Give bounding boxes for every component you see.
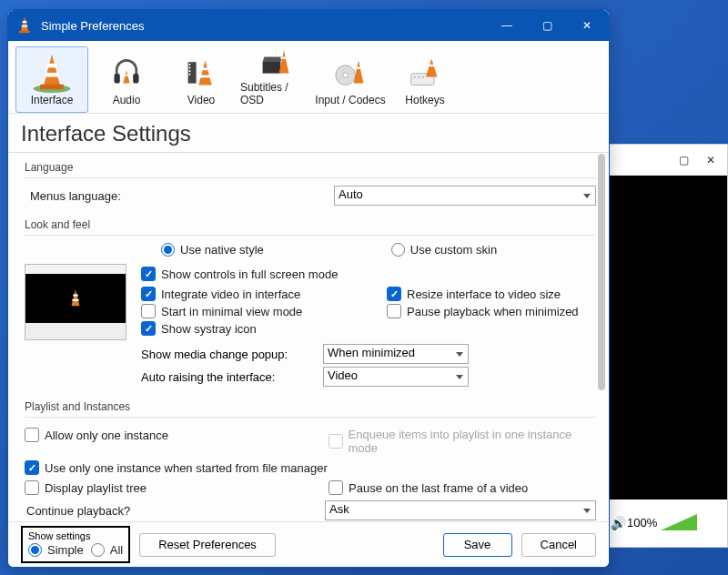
radio-custom-skin[interactable]: Use custom skin bbox=[391, 243, 497, 257]
continue-label: Continue playback? bbox=[25, 504, 325, 518]
chk-one-instance[interactable]: Allow only one instance bbox=[25, 428, 292, 442]
svg-rect-19 bbox=[201, 68, 209, 71]
footer-bar: Show settings Simple All Reset Preferenc… bbox=[8, 521, 609, 567]
svg-marker-0 bbox=[21, 16, 28, 31]
svg-rect-21 bbox=[263, 62, 281, 74]
svg-rect-20 bbox=[200, 76, 211, 78]
svg-rect-12 bbox=[125, 75, 129, 76]
svg-rect-2 bbox=[22, 25, 27, 26]
bg-player-footer: 🔊 100% bbox=[609, 499, 727, 545]
chk-pause-minimized[interactable]: Pause playback when minimized bbox=[387, 304, 596, 318]
titlebar: Simple Preferences — ▢ ✕ bbox=[8, 10, 609, 41]
minimize-button[interactable]: — bbox=[487, 10, 527, 41]
speaker-icon[interactable]: 🔊 bbox=[611, 516, 623, 529]
keyboard-cone-icon bbox=[409, 53, 441, 91]
chk-integrate-video[interactable]: Integrate video in interface bbox=[141, 287, 350, 301]
bg-video-area bbox=[609, 176, 727, 499]
bg-close-icon[interactable]: ✕ bbox=[705, 154, 716, 166]
svg-marker-5 bbox=[44, 55, 60, 86]
window-title: Simple Preferences bbox=[41, 19, 487, 33]
raise-label: Auto raising the interface: bbox=[141, 370, 323, 384]
chk-fullscreen-controls[interactable]: Show controls in full screen mode bbox=[141, 267, 596, 281]
volume-percent: 100% bbox=[627, 516, 657, 530]
preferences-window: Simple Preferences — ▢ ✕ Interface bbox=[7, 9, 610, 568]
svg-rect-31 bbox=[418, 76, 420, 79]
menus-language-label: Menus language: bbox=[25, 189, 334, 203]
close-button[interactable]: ✕ bbox=[567, 10, 607, 41]
svg-rect-6 bbox=[46, 64, 56, 68]
group-language: Language bbox=[25, 161, 596, 174]
radio-simple[interactable]: Simple bbox=[28, 543, 84, 557]
page-heading: Interface Settings bbox=[8, 114, 609, 153]
category-tabbar: Interface Audio Video Subtitles / OSD In… bbox=[8, 41, 609, 114]
reset-preferences-button[interactable]: Reset Preferences bbox=[139, 533, 276, 557]
save-button[interactable]: Save bbox=[443, 533, 512, 557]
svg-marker-11 bbox=[123, 70, 129, 83]
settings-content: Language Menus language: Auto Look and f… bbox=[8, 150, 609, 521]
svg-rect-3 bbox=[19, 30, 30, 33]
svg-rect-1 bbox=[23, 21, 27, 23]
tab-label: Interface bbox=[31, 94, 74, 106]
tab-label: Video bbox=[187, 94, 215, 106]
headphones-icon bbox=[110, 53, 143, 91]
svg-rect-8 bbox=[40, 85, 64, 90]
svg-rect-14 bbox=[189, 64, 191, 66]
tab-label: Hotkeys bbox=[405, 94, 444, 106]
svg-marker-33 bbox=[426, 59, 438, 77]
film-cone-icon bbox=[185, 53, 217, 91]
auto-raise-select[interactable]: Video bbox=[323, 367, 469, 387]
svg-rect-34 bbox=[429, 65, 435, 66]
volume-slider[interactable] bbox=[661, 514, 697, 530]
cancel-button[interactable]: Cancel bbox=[521, 533, 596, 557]
chk-playlist-tree[interactable]: Display playlist tree bbox=[25, 480, 292, 495]
radio-all[interactable]: All bbox=[91, 543, 123, 557]
maximize-button[interactable]: ▢ bbox=[527, 10, 567, 41]
svg-rect-16 bbox=[189, 70, 191, 72]
tab-audio[interactable]: Audio bbox=[90, 46, 163, 113]
show-settings-group: Show settings Simple All bbox=[21, 526, 130, 563]
tab-label: Input / Codecs bbox=[315, 94, 385, 106]
svg-rect-28 bbox=[355, 67, 361, 69]
svg-rect-37 bbox=[72, 299, 78, 301]
interface-cone-icon bbox=[31, 53, 73, 91]
popup-label: Show media change popup: bbox=[141, 348, 323, 361]
menus-language-select[interactable]: Auto bbox=[334, 186, 596, 206]
continue-playback-select[interactable]: Ask bbox=[325, 500, 596, 520]
chk-enqueue: Enqueue items into playlist in one insta… bbox=[329, 428, 596, 455]
bg-maximize-icon[interactable]: ▢ bbox=[678, 154, 689, 166]
svg-marker-22 bbox=[263, 57, 283, 62]
svg-rect-17 bbox=[189, 74, 191, 76]
svg-rect-9 bbox=[115, 74, 120, 84]
scrollbar[interactable] bbox=[598, 154, 605, 518]
svg-marker-18 bbox=[198, 60, 211, 85]
svg-rect-30 bbox=[413, 76, 416, 79]
tab-subtitles[interactable]: Subtitles / OSD bbox=[239, 46, 312, 113]
tab-hotkeys[interactable]: Hotkeys bbox=[389, 46, 461, 113]
group-look-feel: Look and feel bbox=[25, 218, 596, 231]
tab-label: Subtitles / OSD bbox=[240, 81, 311, 106]
clapper-cone-icon bbox=[259, 45, 292, 78]
chk-minimal-view[interactable]: Start in minimal view mode bbox=[141, 304, 350, 318]
svg-rect-15 bbox=[189, 67, 191, 69]
svg-rect-36 bbox=[73, 295, 77, 297]
svg-rect-32 bbox=[421, 76, 424, 79]
svg-rect-10 bbox=[133, 74, 138, 84]
tab-input-codecs[interactable]: Input / Codecs bbox=[314, 46, 387, 113]
chk-one-instance-fm[interactable]: Use only one instance when started from … bbox=[25, 460, 596, 475]
chk-pause-last-frame[interactable]: Pause on the last frame of a video bbox=[329, 480, 596, 495]
show-settings-label: Show settings bbox=[28, 530, 123, 541]
svg-point-26 bbox=[343, 73, 348, 77]
radio-native-style[interactable]: Use native style bbox=[161, 243, 264, 257]
app-cone-icon bbox=[17, 15, 34, 36]
tab-label: Audio bbox=[113, 94, 141, 106]
svg-marker-35 bbox=[72, 289, 80, 306]
svg-rect-7 bbox=[46, 73, 59, 77]
chk-systray-icon[interactable]: Show systray icon bbox=[141, 321, 350, 336]
group-playlist: Playlist and Instances bbox=[25, 400, 596, 413]
tab-video[interactable]: Video bbox=[165, 46, 238, 113]
chk-resize-interface[interactable]: Resize interface to video size bbox=[387, 287, 596, 301]
media-popup-select[interactable]: When minimized bbox=[323, 344, 469, 364]
svg-rect-24 bbox=[280, 57, 287, 59]
tab-interface[interactable]: Interface bbox=[15, 46, 88, 113]
interface-preview-thumbnail bbox=[25, 264, 126, 340]
